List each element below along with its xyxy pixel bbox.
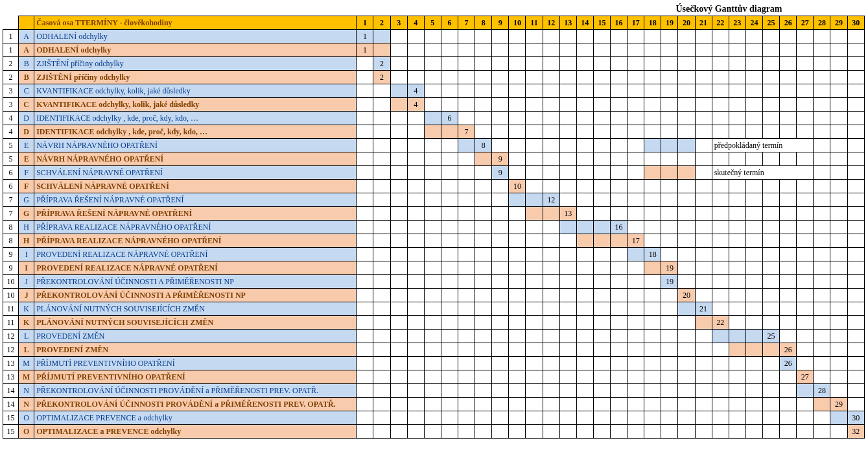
bar-cell: 26 — [780, 357, 797, 370]
row-num: 11 — [3, 302, 19, 316]
day-header-13: 13 — [559, 16, 576, 30]
row-num: 2 — [3, 57, 19, 71]
task-name: PŘÍPRAVA ŘEŠENÍ NÁPRAVNÉ OPATŘENÍ — [34, 193, 357, 207]
bar-cell: 12 — [543, 193, 559, 207]
bar-cell — [678, 302, 695, 316]
legend-label: předpokládaný termín — [712, 139, 814, 152]
bar-cell: 9 — [492, 166, 509, 180]
row-letter: E — [19, 139, 34, 152]
row-num: 4 — [3, 125, 19, 139]
bar-cell: 9 — [492, 152, 509, 166]
bar-cell: 29 — [830, 398, 847, 411]
row-num: 8 — [3, 234, 19, 248]
bar-cell — [390, 98, 407, 112]
bar-cell — [745, 330, 762, 343]
bar-cell: 17 — [628, 234, 644, 248]
task-name: PLÁNOVÁNÍ NUTNÝCH SOUVISEJÍCÍCH ZMĚN — [34, 316, 357, 330]
row-num: 4 — [3, 112, 19, 125]
task-name: PŘÍPRAVA REALIZACE NÁPRAVNÉHO OPATŘENÍ — [34, 234, 357, 248]
row-num: 1 — [3, 30, 19, 43]
row-letter: C — [19, 84, 34, 98]
day-header-29: 29 — [830, 16, 847, 30]
task-name: PŘÍJMUTÍ PREVENTIVNÍHO OPATŘENÍ — [34, 357, 357, 370]
bar-cell: 4 — [407, 98, 424, 112]
task-name: PROVEDENÍ ZMĚN — [34, 330, 357, 343]
row-letter: A — [19, 30, 34, 43]
day-header-30: 30 — [847, 16, 864, 30]
bar-cell: 16 — [611, 221, 628, 234]
day-header-26: 26 — [780, 16, 797, 30]
day-header-16: 16 — [611, 16, 628, 30]
row-num: 9 — [3, 248, 19, 261]
row-num: 14 — [3, 398, 19, 411]
day-header-12: 12 — [543, 16, 559, 30]
task-name: PROVEDENÍ ZMĚN — [34, 343, 357, 357]
task-name: PŘEKONTROLOVÁNÍ ÚČINNOSTI A PŘIMĚŘENOSTI… — [34, 275, 357, 289]
legend-swatch — [644, 139, 661, 152]
row-letter: H — [19, 221, 34, 234]
row-letter: I — [19, 261, 34, 275]
task-name: ZJIŠTĚNÍ příčiny odchylky — [34, 71, 357, 84]
bar-cell — [644, 261, 661, 275]
day-header-28: 28 — [814, 16, 830, 30]
row-letter: F — [19, 166, 34, 180]
row-num: 8 — [3, 221, 19, 234]
legend-swatch — [678, 139, 695, 152]
bar-cell: 1 — [357, 43, 373, 57]
row-letter: I — [19, 248, 34, 261]
bar-cell — [729, 343, 745, 357]
row-num: 1 — [3, 43, 19, 57]
task-name: PLÁNOVÁNÍ NUTNÝCH SOUVISEJÍCÍCH ZMĚN — [34, 302, 357, 316]
row-letter: B — [19, 71, 34, 84]
bar-cell: 2 — [373, 57, 390, 71]
bar-cell: 21 — [695, 302, 712, 316]
bar-cell: 1 — [357, 30, 373, 43]
row-letter: K — [19, 302, 34, 316]
bar-cell: 22 — [712, 316, 729, 330]
day-header-10: 10 — [509, 16, 526, 30]
bar-cell — [441, 125, 458, 139]
row-num: 13 — [3, 357, 19, 370]
bar-cell — [593, 221, 610, 234]
task-name: IDENTIFIKACE odchylky , kde, proč, kdy, … — [34, 112, 357, 125]
row-num: 5 — [3, 152, 19, 166]
task-name: ZJIŠTĚNÍ příčiny odchylky — [34, 57, 357, 71]
task-name: PROVEDENÍ REALIZACE NÁPRAVNÉ OPATŘENÍ — [34, 261, 357, 275]
day-header-17: 17 — [628, 16, 644, 30]
day-header-14: 14 — [576, 16, 593, 30]
day-header-3: 3 — [390, 16, 407, 30]
bar-cell: 13 — [559, 207, 576, 221]
task-name: NÁVRH NÁPRAVNÉHO OPATŘENÍ — [34, 152, 357, 166]
bar-cell — [475, 152, 492, 166]
legend-swatch — [644, 166, 661, 180]
bar-cell — [576, 221, 593, 234]
legend-label: skutečný termín — [712, 166, 814, 180]
row-letter: C — [19, 98, 34, 112]
day-header-1: 1 — [357, 16, 373, 30]
task-name: ODHALENÍ odchylky — [34, 43, 357, 57]
day-header-19: 19 — [661, 16, 678, 30]
task-name: NÁVRH NÁPRAVNÉHO OPATŘENÍ — [34, 139, 357, 152]
task-name: SCHVÁLENÍ NÁPRAVNÉ OPATŘENÍ — [34, 166, 357, 180]
task-name: PŘEKONTROLOVÁNÍ ÚČINNOSTI A PŘIMĚŘENOSTI… — [34, 289, 357, 302]
row-letter: D — [19, 125, 34, 139]
day-header-2: 2 — [373, 16, 390, 30]
day-header-15: 15 — [593, 16, 610, 30]
row-num: 14 — [3, 384, 19, 398]
task-name: PŘÍJMUTÍ PREVENTIVNÍHO OPATŘENÍ — [34, 370, 357, 384]
bar-cell — [611, 234, 628, 248]
bar-cell: 8 — [475, 139, 492, 152]
gantt-chart: Úsečkový Ganttův diagramČasová osa TTERM… — [3, 3, 865, 439]
task-name: OPTIMALIZACE a PREVENCE odchylky — [34, 425, 357, 439]
row-letter: M — [19, 370, 34, 384]
row-num: 7 — [3, 207, 19, 221]
bar-cell — [526, 193, 543, 207]
chart-title: Úsečkový Ganttův diagram — [593, 3, 864, 16]
bar-cell: 25 — [763, 330, 780, 343]
task-name: PŘEKONTROLOVÁNÍ ÚČINNOSTI PROVÁDĚNÍ a PŘ… — [34, 384, 357, 398]
day-header-9: 9 — [492, 16, 509, 30]
bar-cell — [543, 207, 559, 221]
legend-swatch — [661, 139, 678, 152]
row-num: 12 — [3, 343, 19, 357]
bar-cell — [424, 125, 441, 139]
